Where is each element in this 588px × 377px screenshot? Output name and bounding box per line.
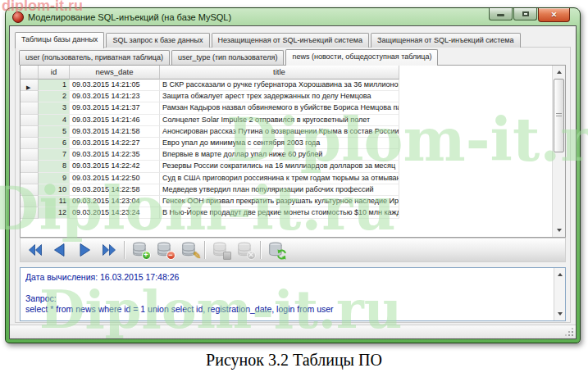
move-first-button[interactable] <box>23 239 47 261</box>
cell-title[interactable]: Медведев утвердил план популяризации раб… <box>160 184 399 196</box>
cell-title[interactable]: Генсек ООН призвал прекратить разрушать … <box>160 196 399 207</box>
database-save-icon <box>212 242 229 258</box>
cell-id[interactable]: 2 <box>39 91 70 102</box>
tab-page-overlay: id news_date title ▶109.03.2015 14:21:05… <box>15 47 571 323</box>
tab-unprotected-system[interactable]: Незащищенная от SQL-инъекций система <box>212 33 369 48</box>
move-last-button[interactable] <box>97 239 121 261</box>
tab-user-table[interactable]: user (пользователь, приватная таблица) <box>19 50 170 65</box>
cell-date[interactable]: 09.03.2015 14:23:24 <box>70 207 160 219</box>
table-row[interactable]: 1109.03.2015 14:23:04Генсек ООН призвал … <box>21 196 565 207</box>
cell-title[interactable]: Защита обжалует арест трех задержанных п… <box>160 91 399 102</box>
resize-grip[interactable] <box>565 328 573 336</box>
table-row[interactable]: 209.03.2015 14:21:23Защита обжалует арес… <box>21 91 565 102</box>
cell-title[interactable]: Евро упал до минимума с сентября 2003 го… <box>160 138 399 149</box>
row-selector[interactable] <box>21 207 39 219</box>
grid-vertical-scrollbar[interactable] <box>552 66 565 237</box>
cell-id[interactable]: 4 <box>39 115 70 126</box>
row-selector[interactable] <box>21 115 39 126</box>
scroll-down-button[interactable] <box>554 308 565 320</box>
move-next-button[interactable] <box>72 239 96 261</box>
cell-title[interactable]: Резервы России сократились на 16 миллиар… <box>160 161 399 172</box>
row-selector[interactable] <box>21 102 39 114</box>
table-row[interactable]: 609.03.2015 14:22:27Евро упал до минимум… <box>21 138 565 149</box>
cell-title[interactable]: Анонсирован рассказ Путина о возвращении… <box>160 126 399 138</box>
table-row[interactable]: 709.03.2015 14:22:35Впервые в марте долл… <box>21 149 565 161</box>
close-button[interactable]: ✕ <box>538 8 570 22</box>
cell-id[interactable]: 3 <box>39 102 70 114</box>
first-record-icon <box>27 242 43 258</box>
cell-id[interactable]: 1 <box>39 79 70 91</box>
row-selector[interactable] <box>21 126 39 138</box>
column-header-news-date[interactable]: news_date <box>70 66 160 79</box>
tab-news-table[interactable]: news (новости, общедоступная таблица) <box>285 49 438 66</box>
cell-date[interactable]: 09.03.2015 14:22:58 <box>70 184 160 196</box>
cell-date[interactable]: 09.03.2015 14:22:50 <box>70 173 160 184</box>
table-row[interactable]: 1009.03.2015 14:22:58Медведев утвердил п… <box>21 184 565 196</box>
cell-date[interactable]: 09.03.2015 14:21:05 <box>70 79 160 91</box>
minimize-icon <box>497 14 504 16</box>
scroll-thumb[interactable] <box>554 79 564 152</box>
scroll-down-button[interactable] <box>553 225 565 236</box>
cell-title[interactable]: Рамзан Кадыров назвал обвиняемого в убий… <box>160 102 399 114</box>
row-selector[interactable] <box>21 173 39 184</box>
tab-user-type-table[interactable]: user_type (тип пользователя) <box>171 50 285 65</box>
output-vertical-scrollbar[interactable] <box>554 268 565 320</box>
edit-record-button[interactable]: ✎ <box>177 239 201 261</box>
cell-id[interactable]: 7 <box>39 149 70 161</box>
cell-date[interactable]: 09.03.2015 14:22:42 <box>70 161 160 172</box>
cell-date[interactable]: 09.03.2015 14:21:23 <box>70 91 160 102</box>
cell-id[interactable]: 11 <box>39 196 70 207</box>
table-row[interactable]: 809.03.2015 14:22:42Резервы России сокра… <box>21 161 565 172</box>
table-row[interactable]: 509.03.2015 14:21:58Анонсирован рассказ … <box>21 126 565 138</box>
cell-title[interactable]: В Нью-Йорке продадут две редкие монеты с… <box>160 207 399 219</box>
save-data-button[interactable] <box>208 239 232 261</box>
cell-id[interactable]: 10 <box>39 184 70 196</box>
table-row[interactable]: 909.03.2015 14:22:50Суд в США приговорил… <box>21 173 565 184</box>
table-row[interactable]: 309.03.2015 14:21:37Рамзан Кадыров назва… <box>21 102 565 114</box>
row-selector[interactable] <box>21 91 39 102</box>
row-selector[interactable] <box>21 161 39 172</box>
cell-title[interactable]: Впервые в марте доллар упал ниже 60 рубл… <box>160 149 399 161</box>
database-remove-icon: − <box>157 242 173 258</box>
cell-date[interactable]: 09.03.2015 14:22:27 <box>70 138 160 149</box>
client-area: Таблицы базы данныхSQL запрос к базе дан… <box>9 25 577 339</box>
tab-sql-query[interactable]: SQL запрос к базе данных <box>106 33 209 48</box>
table-row[interactable]: ▶109.03.2015 14:21:05В СКР рассказали о … <box>21 79 565 91</box>
row-selector[interactable] <box>21 149 39 161</box>
refresh-data-button[interactable] <box>264 239 288 261</box>
cell-date[interactable]: 09.03.2015 14:23:04 <box>70 196 160 207</box>
table-row[interactable]: 409.03.2015 14:21:46Солнцелет Solar Impu… <box>21 115 565 126</box>
add-record-button[interactable]: + <box>128 239 152 261</box>
status-strip <box>10 325 576 338</box>
minimize-button[interactable] <box>489 8 513 20</box>
cell-id[interactable]: 5 <box>39 126 70 138</box>
cell-date[interactable]: 09.03.2015 14:21:46 <box>70 115 160 126</box>
cell-title[interactable]: Суд в США приговорил россиянина к трем г… <box>160 173 399 184</box>
cell-date[interactable]: 09.03.2015 14:22:35 <box>70 149 160 161</box>
scroll-up-button[interactable] <box>553 66 565 78</box>
cell-date[interactable]: 09.03.2015 14:21:37 <box>70 102 160 114</box>
table-row[interactable]: 1209.03.2015 14:23:24В Нью-Йорке продаду… <box>21 207 565 219</box>
database-cancel-icon: ✕ <box>237 242 253 258</box>
cell-id[interactable]: 6 <box>39 138 70 149</box>
row-selector[interactable] <box>21 196 39 207</box>
output-panel[interactable]: Дата вычисления: 16.03.2015 17:48:26 Зап… <box>20 267 566 321</box>
scroll-up-button[interactable] <box>554 269 565 280</box>
cell-date[interactable]: 09.03.2015 14:21:58 <box>70 126 160 138</box>
cancel-changes-button[interactable]: ✕ <box>233 239 257 261</box>
column-header-id[interactable]: id <box>39 66 70 79</box>
row-selector[interactable] <box>21 184 39 196</box>
cell-title[interactable]: В СКР рассказали о ручке губернатора Хор… <box>160 79 399 91</box>
move-previous-button[interactable] <box>48 239 71 261</box>
tab-protected-system[interactable]: Защищенная от SQL-инъекций система <box>371 33 520 48</box>
delete-record-button[interactable]: − <box>153 239 176 261</box>
cell-id[interactable]: 9 <box>39 173 70 184</box>
maximize-button[interactable] <box>513 8 537 20</box>
column-header-title[interactable]: title <box>160 66 399 79</box>
tab-db-tables[interactable]: Таблицы базы данных <box>15 32 104 48</box>
cell-id[interactable]: 8 <box>39 161 70 172</box>
row-selector-current[interactable]: ▶ <box>21 79 39 91</box>
cell-id[interactable]: 12 <box>39 207 70 219</box>
row-selector[interactable] <box>21 138 39 149</box>
cell-title[interactable]: Солнцелет Solar Impulse 2 отправился в к… <box>160 115 399 126</box>
